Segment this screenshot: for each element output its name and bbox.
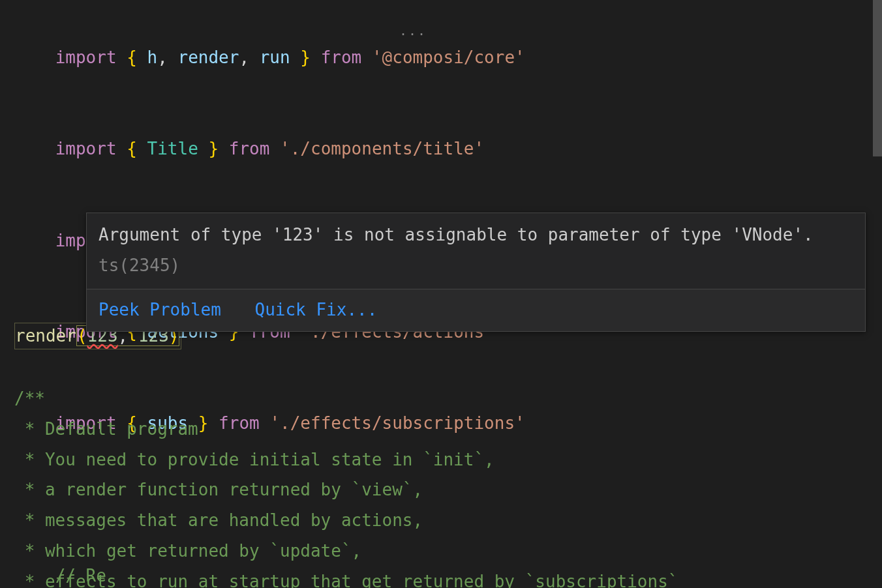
keyword-import: import: [55, 48, 117, 67]
problem-ts-code: ts(2345): [99, 256, 180, 275]
jsdoc-line[interactable]: * a render function returned by `view`,: [14, 475, 678, 505]
code-line-import-1[interactable]: import { Title } from './components/titl…: [14, 103, 882, 194]
code-line-import-0[interactable]: import { h, render, run } from '@composi…: [14, 12, 882, 103]
call-render: render: [15, 326, 76, 345]
quick-fix-link[interactable]: Quick Fix...: [255, 300, 378, 319]
jsdoc-block[interactable]: /** * Default program * You need to prov…: [0, 373, 678, 588]
jsdoc-line[interactable]: * effects to run at startup that get ret…: [14, 566, 678, 588]
jsdoc-line[interactable]: * You need to provide initial state in `…: [14, 445, 678, 475]
problem-message: Argument of type '123' is not assignable…: [87, 213, 865, 289]
jsdoc-line[interactable]: * Default program: [14, 414, 678, 445]
problem-actions-bar: Peek Problem Quick Fix...: [87, 289, 865, 332]
scrollbar-thumb[interactable]: [873, 0, 882, 156]
jsdoc-line[interactable]: * which get returned by `update`,: [14, 536, 678, 566]
vertical-scrollbar[interactable]: [873, 0, 882, 588]
problem-hover-tooltip: Argument of type '123' is not assignable…: [86, 213, 866, 332]
jsdoc-line[interactable]: * messages that are handled by actions,: [14, 505, 678, 536]
jsdoc-line[interactable]: /**: [14, 383, 678, 414]
peek-problem-link[interactable]: Peek Problem: [99, 300, 221, 319]
problem-message-text: Argument of type '123' is not assignable…: [99, 225, 814, 244]
fold-indicator-icon[interactable]: ···: [399, 22, 427, 46]
